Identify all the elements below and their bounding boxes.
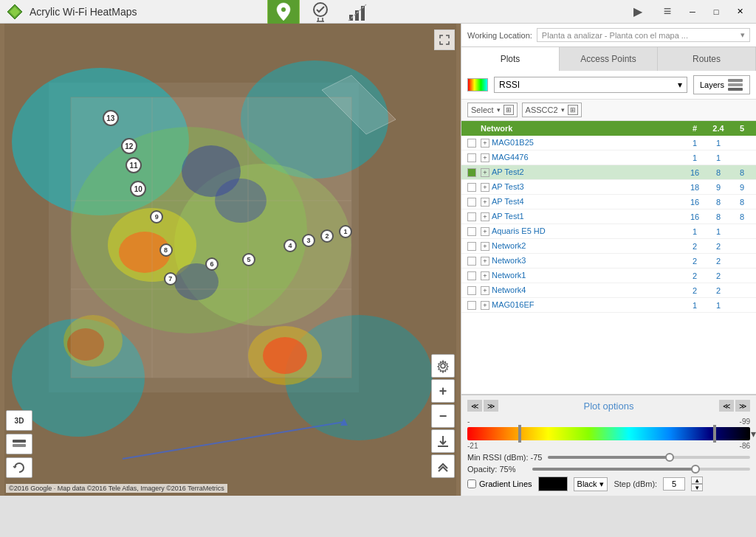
table-row[interactable]: +Network3 2 2 <box>461 254 756 268</box>
row-checkbox-3[interactable] <box>464 183 479 192</box>
3d-button[interactable]: 3D <box>6 410 32 431</box>
ap-marker-10[interactable]: 10 <box>130 181 146 197</box>
ap-marker-1[interactable]: 1 <box>339 225 352 238</box>
select-filter-dropdown[interactable]: Select ▾ ⊞ <box>467 103 518 117</box>
checkbox-11[interactable] <box>467 301 476 310</box>
ap-marker-4[interactable]: 4 <box>284 239 297 252</box>
ap-marker-6[interactable]: 6 <box>205 257 219 271</box>
close-button[interactable]: ✕ <box>729 4 750 19</box>
checkbox-8[interactable] <box>467 257 476 266</box>
step-up-arrow[interactable]: ▲ <box>691 477 703 484</box>
expand-left-btn[interactable]: ≪ <box>719 400 734 412</box>
ap-marker-3[interactable]: 3 <box>302 234 315 247</box>
min-rssi-slider[interactable] <box>548 456 750 459</box>
checkbox-5[interactable] <box>467 212 476 221</box>
ap-marker-5[interactable]: 5 <box>242 253 255 266</box>
working-location-select[interactable]: Planta a analizar - Planta con el mapa .… <box>537 28 750 42</box>
row-checkbox-2[interactable] <box>464 168 479 177</box>
opacity-thumb[interactable] <box>691 465 700 474</box>
row-checkbox-10[interactable] <box>464 286 479 295</box>
tab-routes[interactable]: Routes <box>658 47 756 71</box>
play-button[interactable]: ▶ <box>623 0 653 27</box>
tab-plots[interactable]: Plots <box>461 47 560 71</box>
maximize-button[interactable]: □ <box>706 4 726 19</box>
table-row[interactable]: +AP Test4 16 8 8 <box>461 195 756 209</box>
table-row[interactable]: +MAG4476 1 1 <box>461 150 756 165</box>
row-checkbox-6[interactable] <box>464 227 479 236</box>
zoom-in-button[interactable]: + <box>431 379 455 403</box>
row-expander-5[interactable]: + <box>481 212 489 221</box>
gradient-lines-checkbox[interactable] <box>467 479 476 488</box>
refresh-button[interactable] <box>6 457 32 478</box>
download-button[interactable] <box>431 429 455 453</box>
map-area[interactable]: 13 12 11 10 9 8 7 6 5 4 3 2 1 <box>0 24 461 496</box>
checkbox-4[interactable] <box>467 198 476 207</box>
checkbox-2[interactable] <box>467 168 476 177</box>
ap-marker-2[interactable]: 2 <box>320 229 334 243</box>
row-expander-10[interactable]: + <box>481 286 489 295</box>
step-down-arrow[interactable]: ▼ <box>691 484 703 491</box>
row-checkbox-9[interactable] <box>464 271 479 280</box>
table-row[interactable]: +AP Test3 18 9 9 <box>461 180 756 195</box>
tab-access-points[interactable]: Access Points <box>560 47 658 71</box>
expand-button[interactable] <box>434 30 455 50</box>
settings-button[interactable] <box>431 354 455 378</box>
row-expander-8[interactable]: + <box>481 257 489 266</box>
ap-marker-8[interactable]: 8 <box>159 243 173 257</box>
color-swatch[interactable] <box>538 477 568 491</box>
gradient-handle-right[interactable] <box>713 425 716 443</box>
row-expander-0[interactable]: + <box>481 139 489 148</box>
checkbox-10[interactable] <box>467 286 476 295</box>
layers-button[interactable]: Layers <box>693 75 750 94</box>
row-checkbox-11[interactable] <box>464 301 479 310</box>
table-row[interactable]: +Aquaris E5 HD 1 1 <box>461 224 756 239</box>
minimize-button[interactable]: ─ <box>682 4 703 19</box>
menu-button[interactable]: ≡ <box>653 0 682 27</box>
row-expander-4[interactable]: + <box>481 198 489 207</box>
ap-marker-12[interactable]: 12 <box>121 138 137 154</box>
table-row[interactable]: +Network1 2 2 <box>461 268 756 283</box>
expand-right-btn[interactable]: ≫ <box>735 400 750 412</box>
row-checkbox-8[interactable] <box>464 257 479 266</box>
checkbox-0[interactable] <box>467 139 476 148</box>
table-row[interactable]: +AP Test2 16 8 8 <box>461 165 756 180</box>
row-checkbox-4[interactable] <box>464 198 479 207</box>
table-row[interactable]: +Network2 2 2 <box>461 239 756 254</box>
networks-table[interactable]: Network # 2.4 5 +MAG01B25 1 1 <box>461 121 756 394</box>
row-expander-2[interactable]: + <box>481 168 489 177</box>
row-checkbox-7[interactable] <box>464 242 479 251</box>
network-filter-dropdown[interactable]: ASSCC2 ▾ ⊞ <box>522 103 582 117</box>
checkbox-9[interactable] <box>467 271 476 280</box>
table-row[interactable]: +MAG016EF 1 1 <box>461 298 756 313</box>
row-expander-1[interactable]: + <box>481 153 489 162</box>
checkbox-3[interactable] <box>467 183 476 192</box>
table-row[interactable]: +MAG01B25 1 1 <box>461 136 756 150</box>
ap-marker-9[interactable]: 9 <box>150 210 163 224</box>
table-row[interactable]: +Network4 2 2 <box>461 283 756 298</box>
gradient-handle-left[interactable] <box>518 425 521 443</box>
gradient-bar[interactable] <box>467 427 750 440</box>
collapse-right-btn[interactable]: ≫ <box>484 400 498 412</box>
row-expander-3[interactable]: + <box>481 183 489 192</box>
row-expander-6[interactable]: + <box>481 227 489 236</box>
checkbox-1[interactable] <box>467 153 476 162</box>
row-checkbox-1[interactable] <box>464 153 479 162</box>
zoom-out-button[interactable]: − <box>431 404 455 428</box>
ap-marker-11[interactable]: 11 <box>126 157 142 173</box>
row-expander-11[interactable]: + <box>481 301 489 310</box>
rssi-dropdown[interactable]: RSSI ▾ <box>494 77 687 93</box>
color-dropdown[interactable]: Black ▾ <box>574 477 608 491</box>
collapse-map-button[interactable] <box>431 454 455 478</box>
ap-marker-13[interactable]: 13 <box>103 110 119 126</box>
checkbox-7[interactable] <box>467 242 476 251</box>
layers-toggle-button[interactable] <box>6 434 32 454</box>
row-checkbox-5[interactable] <box>464 212 479 221</box>
step-input[interactable] <box>663 477 685 491</box>
table-row[interactable]: +AP Test1 16 8 8 <box>461 209 756 224</box>
collapse-left-btn[interactable]: ≪ <box>467 400 482 412</box>
row-expander-9[interactable]: + <box>481 271 489 280</box>
checkbox-6[interactable] <box>467 227 476 236</box>
row-expander-7[interactable]: + <box>481 242 489 251</box>
min-rssi-thumb[interactable] <box>665 453 674 462</box>
row-checkbox-0[interactable] <box>464 139 479 148</box>
